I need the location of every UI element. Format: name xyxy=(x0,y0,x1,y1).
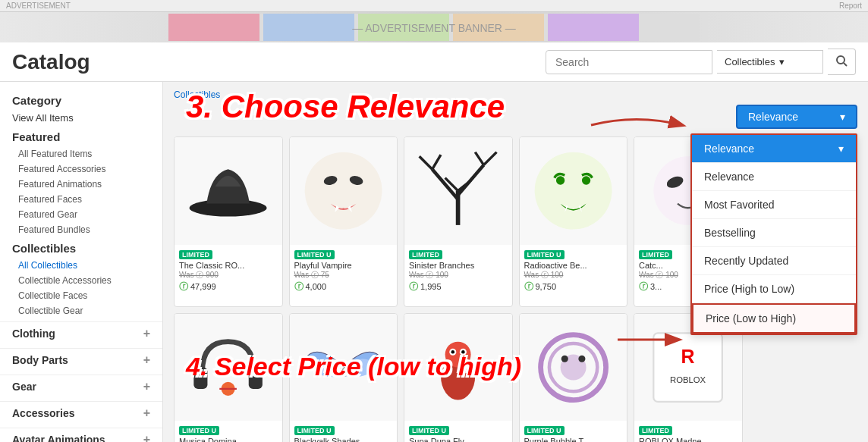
svg-rect-34 xyxy=(249,367,263,388)
sort-option-most-favorited[interactable]: Most Favorited xyxy=(692,191,856,219)
sidebar-avatar-animations-toggle[interactable]: Avatar Animations + xyxy=(0,428,162,442)
svg-point-7 xyxy=(837,56,844,64)
report-link[interactable]: Report xyxy=(839,2,862,10)
search-input[interactable] xyxy=(546,50,712,74)
item-info-3: LIMITED Sinister Branches Was ⓡ 100 ⓡ 1,… xyxy=(404,245,512,298)
sidebar-body-parts-toggle[interactable]: Body Parts + xyxy=(0,348,162,371)
item-name-1: The Classic RO... xyxy=(179,261,278,270)
plus-icon-body-parts: + xyxy=(143,353,150,367)
badge-3: LIMITED xyxy=(409,250,442,259)
svg-point-10 xyxy=(304,152,382,230)
svg-rect-5 xyxy=(548,14,639,41)
item-name-11: ROBLOX Madne... xyxy=(639,437,737,442)
item-card-8[interactable]: LIMITED U Blackvalk Shades Was ⓡ 3,000 ⓡ… xyxy=(289,313,398,443)
sidebar-featured-gear[interactable]: Featured Gear xyxy=(0,207,162,222)
plus-icon-gear: + xyxy=(143,380,150,393)
plus-icon-clothing: + xyxy=(143,327,150,340)
svg-rect-1 xyxy=(168,14,259,41)
item-image-4 xyxy=(520,137,627,245)
svg-line-19 xyxy=(475,152,483,165)
item-image-8 xyxy=(290,314,398,422)
item-image-7 xyxy=(175,314,282,422)
plus-icon-avatar-animations: + xyxy=(143,433,150,442)
page-layout: Category View All Items Featured All Fea… xyxy=(0,82,868,442)
plus-icon-accessories: + xyxy=(143,406,150,420)
sort-bar: Relevance ▾ Relevance ▾ Relevance Most F… xyxy=(174,105,857,129)
item-name-8: Blackvalk Shades xyxy=(294,437,393,442)
sidebar-collectible-faces[interactable]: Collectible Faces xyxy=(0,288,162,303)
item-name-10: Purple Bubble T... xyxy=(524,437,623,442)
item-price-1: ⓡ 47,999 xyxy=(179,281,278,293)
badge-2: LIMITED U xyxy=(294,250,335,259)
badge-11: LIMITED xyxy=(639,426,672,435)
sidebar-accessories-toggle[interactable]: Accessories + xyxy=(0,401,162,425)
item-price-2: ⓡ 4,000 xyxy=(294,281,393,293)
chevron-down-icon: ▾ xyxy=(779,56,785,67)
item-info-2: LIMITED U Playful Vampire Was ⓡ 75 ⓡ 4,0… xyxy=(290,245,398,298)
svg-line-18 xyxy=(484,152,497,165)
sidebar-featured-bundles[interactable]: Featured Bundles xyxy=(0,222,162,237)
sidebar-featured-accessories[interactable]: Featured Accessories xyxy=(0,161,162,177)
body-parts-label: Body Parts xyxy=(12,354,68,366)
sidebar-collectible-gear[interactable]: Collectible Gear xyxy=(0,303,162,318)
svg-text:— ADVERTISEMENT BANNER —: — ADVERTISEMENT BANNER — xyxy=(352,22,516,34)
svg-line-16 xyxy=(420,156,432,169)
item-info-7: LIMITED U Musica Domina... Was ⓡ 3,000 ⓡ… xyxy=(175,421,282,442)
sidebar-section-featured: Featured xyxy=(0,126,162,146)
sidebar-all-featured[interactable]: All Featured Items xyxy=(0,146,162,161)
svg-point-48 xyxy=(578,355,585,362)
item-card-2[interactable]: LIMITED U Playful Vampire Was ⓡ 75 ⓡ 4,0… xyxy=(289,136,398,307)
avatar-animations-label: Avatar Animations xyxy=(12,434,105,442)
svg-text:ROBLOX: ROBLOX xyxy=(670,375,706,384)
item-name-9: Supa Dupa Fly ... xyxy=(409,437,508,442)
item-info-10: LIMITED U Purple Bubble T... Was ⓡ 50 ⓡ … xyxy=(520,421,627,442)
svg-point-43 xyxy=(461,350,465,354)
item-card-10[interactable]: LIMITED U Purple Bubble T... Was ⓡ 50 ⓡ … xyxy=(519,313,628,443)
breadcrumb[interactable]: Collectibles xyxy=(174,89,857,100)
badge-7: LIMITED U xyxy=(179,426,219,435)
sidebar-collectible-accessories[interactable]: Collectible Accessories xyxy=(0,273,162,288)
badge-1: LIMITED xyxy=(179,250,212,259)
sidebar-clothing-toggle[interactable]: Clothing + xyxy=(0,321,162,345)
search-area: Collectibles ▾ xyxy=(546,49,856,75)
svg-line-15 xyxy=(458,165,484,196)
top-bar: Catalog Collectibles ▾ xyxy=(0,42,868,82)
item-image-10 xyxy=(520,314,627,422)
item-card-1[interactable]: LIMITED The Classic RO... Was ⓡ 900 ⓡ 47… xyxy=(174,136,283,307)
accessories-label: Accessories xyxy=(12,407,75,419)
sidebar-gear-toggle[interactable]: Gear + xyxy=(0,375,162,398)
search-button[interactable] xyxy=(828,49,856,75)
sidebar-featured-faces[interactable]: Featured Faces xyxy=(0,192,162,207)
sort-option-price-high-low[interactable]: Price (High to Low) xyxy=(692,275,856,303)
advertisement-label: ADVERTISEMENT xyxy=(6,2,71,10)
gear-label: Gear xyxy=(12,381,36,393)
item-card-9[interactable]: LIMITED U Supa Dupa Fly ... Was ⓡ 1,000 … xyxy=(404,313,513,443)
item-was-1: Was ⓡ 900 xyxy=(179,270,278,281)
svg-point-42 xyxy=(451,350,455,354)
item-card-3[interactable]: LIMITED Sinister Branches Was ⓡ 100 ⓡ 1,… xyxy=(404,136,513,307)
sort-option-relevance-2[interactable]: Relevance xyxy=(692,163,856,191)
svg-line-8 xyxy=(844,63,847,66)
svg-line-17 xyxy=(432,155,441,169)
item-was-3: Was ⓡ 100 xyxy=(409,270,508,281)
category-dropdown[interactable]: Collectibles ▾ xyxy=(717,50,823,74)
item-card-4[interactable]: LIMITED U Radioactive Be... Was ⓡ 100 ⓡ … xyxy=(519,136,628,307)
item-name-3: Sinister Branches xyxy=(409,261,508,270)
item-card-7[interactable]: LIMITED U Musica Domina... Was ⓡ 3,000 ⓡ… xyxy=(174,313,283,443)
main-content: Collectibles Relevance ▾ Relevance ▾ Rel… xyxy=(163,82,868,442)
badge-5: LIMITED xyxy=(639,250,672,259)
svg-point-37 xyxy=(338,366,348,377)
sidebar-view-all[interactable]: View All Items xyxy=(0,110,162,126)
catalog-title: Catalog xyxy=(12,50,90,74)
sidebar-featured-animations[interactable]: Featured Animations xyxy=(0,177,162,192)
item-name-2: Playful Vampire xyxy=(294,261,393,270)
sort-option-price-low-high[interactable]: Price (Low to High) xyxy=(692,303,856,334)
sort-option-recently-updated[interactable]: Recently Updated xyxy=(692,247,856,275)
sort-option-bestselling[interactable]: Bestselling xyxy=(692,219,856,247)
sort-option-relevance[interactable]: Relevance ▾ xyxy=(692,135,856,163)
sort-dropdown-button[interactable]: Relevance ▾ xyxy=(736,105,857,129)
sidebar-all-collectibles[interactable]: All Collectibles xyxy=(0,258,162,273)
item-price-3: ⓡ 1,995 xyxy=(409,281,508,293)
svg-line-14 xyxy=(432,169,458,199)
item-image-3 xyxy=(404,137,512,245)
